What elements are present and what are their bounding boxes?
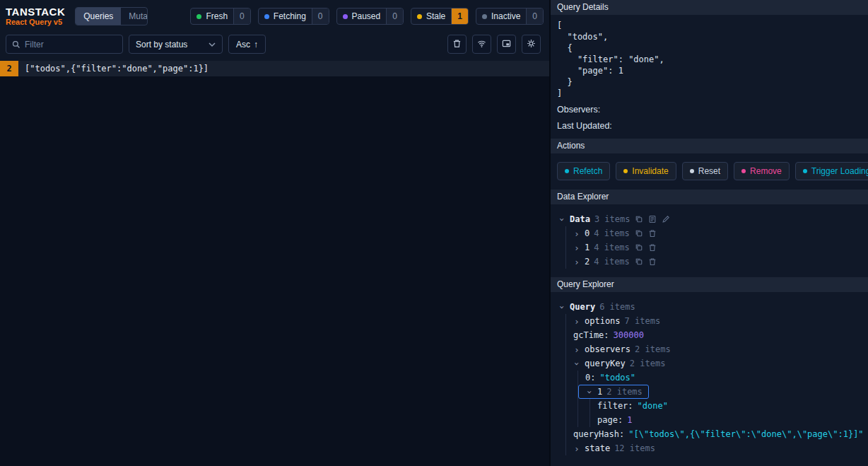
picture-in-picture-button[interactable] [497,35,516,54]
tree-count: 12 items [614,443,655,453]
tree-label: observers [585,344,631,354]
tree-row-item-0[interactable]: › 0 4 items [566,226,862,240]
delete-icon[interactable] [648,257,657,266]
gear-icon [527,39,536,50]
tree-key: queryHash: [573,429,624,439]
chevron-collapsed-icon[interactable]: › [573,243,580,252]
action-dot-icon [565,169,569,173]
query-explorer-tree: › Query 6 items › options 7 items gcTime… [551,292,868,464]
chevron-expanded-icon[interactable]: › [573,360,582,367]
tree-count: 4 items [594,243,630,252]
tree-label: options [585,316,621,326]
chevron-collapsed-icon[interactable]: › [573,444,580,453]
tree-value: 300000 [614,330,644,340]
tree-label: state [585,443,610,453]
tree-count: 4 items [594,228,630,238]
query-hash: ["todos",{"filter":"done","page":1}] [25,64,209,74]
badge-count: 1 [451,8,468,24]
action-dot-icon [623,169,628,173]
json-line: [ [557,20,862,31]
badge-label: Inactive [491,11,520,21]
badge-label: Stale [426,11,445,21]
invalidate-button[interactable]: Invalidate [616,162,676,180]
tab-mutations[interactable]: Mutations [121,8,148,25]
trigger-loading-button[interactable]: Trigger Loading [795,162,868,180]
sort-select[interactable]: Sort by status [129,35,223,54]
tree-count: 2 items [635,344,671,354]
tree-row-querykey[interactable]: › queryKey 2 items [566,356,862,371]
tree-row-options[interactable]: › options 7 items [566,314,862,328]
offline-mode-button[interactable] [472,35,491,54]
tree-row-key1-selected[interactable]: › 1 2 items [578,385,649,399]
tree-count: 2 items [606,387,643,397]
tree-row-data[interactable]: › Data 3 items [557,212,862,226]
status-badge-paused[interactable]: Paused 0 [336,8,404,25]
chevron-collapsed-icon[interactable]: › [573,257,580,267]
query-row[interactable]: 2 ["todos",{"filter":"done","page":1}] [0,61,549,76]
tree-label: 1 [585,243,590,252]
tree-label: Query [570,302,595,312]
edit-icon[interactable] [662,215,670,223]
badge-label: Fresh [206,11,228,21]
refetch-button[interactable]: Refetch [557,162,610,180]
chevron-collapsed-icon[interactable]: › [573,229,580,238]
chevron-collapsed-icon[interactable]: › [573,345,580,354]
brand: TANSTACK React Query v5 [6,6,65,27]
filter-input[interactable] [25,40,117,49]
tab-queries[interactable]: Queries [76,8,121,25]
last-updated-label: Last Updated: [557,121,862,132]
remove-button[interactable]: Remove [734,162,790,180]
action-dot-icon [741,169,746,173]
status-badge-fetching[interactable]: Fetching 0 [258,8,329,25]
copy-icon[interactable] [635,229,643,238]
status-badge-fresh[interactable]: Fresh 0 [190,8,250,25]
tree-count: 6 items [599,302,635,312]
status-badge-stale[interactable]: Stale 1 [411,8,469,25]
chevron-expanded-icon[interactable]: › [558,216,567,223]
query-details-panel: Query Details [ "todos", { "filter": "do… [549,0,868,466]
tree-row-page: page: 1 [590,413,862,427]
status-badge-inactive[interactable]: Inactive 0 [476,8,544,25]
delete-icon[interactable] [648,229,657,238]
chevron-down-icon [209,42,216,47]
clear-cache-button[interactable] [447,35,467,54]
tree-row-key0: 0: "todos" [578,371,862,385]
tree-row-state[interactable]: › state 12 items [566,441,862,455]
json-line: "page": 1 [557,65,862,76]
action-label: Reset [698,166,720,176]
action-label: Remove [750,166,782,176]
tree-key: gcTime: [573,330,609,340]
copy-icon[interactable] [635,243,643,252]
copy-icon[interactable] [635,215,643,223]
reset-button[interactable]: Reset [682,162,728,180]
chevron-expanded-icon[interactable]: › [585,388,594,395]
chevron-expanded-icon[interactable]: › [558,303,567,310]
query-key-json: [ "todos", { "filter": "done", "page": 1… [557,20,862,99]
tree-row-filter: filter: "done" [590,399,862,413]
tree-row-item-2[interactable]: › 2 4 items [566,255,862,269]
tree-row-item-1[interactable]: › 1 4 items [566,240,862,255]
paused-dot-icon [343,14,348,19]
badge-count: 0 [386,8,403,24]
settings-button[interactable] [522,35,541,54]
badge-count: 0 [526,8,543,24]
react-query-devtools: TANSTACK React Query v5 Queries Mutation… [0,0,868,466]
actions-header: Actions [551,139,868,153]
tree-key: 0: [585,373,595,383]
chevron-collapsed-icon[interactable]: › [573,317,580,326]
tree-row-query[interactable]: › Query 6 items [557,300,862,314]
tree-row-gctime: gcTime: 300000 [566,328,862,342]
tree-key: page: [597,415,623,425]
json-line: "filter": "done", [557,54,862,65]
badge-count: 0 [233,8,250,24]
tree-label: 0 [585,228,590,238]
tree-row-observers[interactable]: › observers 2 items [566,342,862,356]
json-line: "todos", [557,31,862,42]
brand-subtitle: React Query v5 [6,18,65,27]
tree-value: "[\"todos\",{\"filter\":\"done\",\"page\… [628,429,863,439]
sort-direction-button[interactable]: Asc ↑ [228,35,266,54]
copy-icon[interactable] [635,257,643,266]
log-icon[interactable] [648,215,657,223]
wifi-icon [477,39,486,50]
delete-icon[interactable] [648,243,657,252]
